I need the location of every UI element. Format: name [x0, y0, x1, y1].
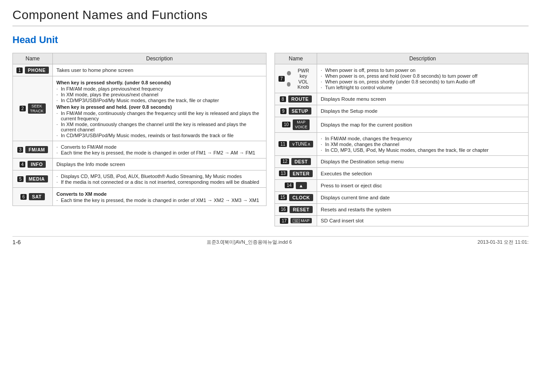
- desc-bullet: When power is off, press to turn power o…: [321, 67, 525, 73]
- name-cell: 7 PWR key VOL Knob: [278, 68, 313, 90]
- desc-bullets: When power is off, press to turn power o…: [321, 67, 525, 90]
- row-num: 14: [285, 182, 293, 188]
- row-num: 2: [20, 106, 26, 111]
- page-title: Component Names and Functions: [12, 8, 529, 26]
- row-num: 8: [280, 96, 286, 102]
- desc-text: Displays the Destination setup menu: [321, 159, 404, 164]
- footer-file: 표준3.0[북미]AVN_인증용매뉴얼.indd 6: [207, 239, 292, 245]
- name-cell: 10 MAPVOICE: [278, 119, 313, 130]
- tables-wrapper: Name Description 1 PHONE Takes user to h…: [12, 53, 529, 226]
- desc-text: Resets and restarts the system: [321, 207, 391, 212]
- badge-info: INFO: [28, 161, 46, 168]
- badge-sat: SAT: [29, 193, 45, 200]
- name-col: 9 SETUP: [275, 105, 317, 117]
- desc-bullet: In XM mode, plays the previous/next chan…: [56, 92, 263, 97]
- desc-bullet: In XM mode, continuously changes the cha…: [56, 122, 263, 132]
- name-col: 6 SAT: [13, 188, 53, 206]
- desc-bullet: Displays CD, MP3, USB, iPod, AUX, Blueto…: [56, 174, 263, 179]
- table-row: 6 SAT Converts to XM modeEach time the k…: [13, 188, 267, 206]
- desc-section-header: Converts to XM mode: [56, 191, 263, 197]
- desc-col: Takes user to home phone screen: [53, 64, 267, 76]
- table-row: 14 ▲ Press to insert or eject disc: [275, 179, 529, 191]
- badge-seek: SEEKTRACK: [28, 103, 46, 114]
- desc-bullets: Displays CD, MP3, USB, iPod, AUX, Blueto…: [56, 174, 263, 185]
- name-col: 15 CLOCK: [275, 191, 317, 203]
- name-col: 3 FM/AM: [13, 141, 53, 158]
- desc-col: SD Card insert slot: [317, 215, 528, 226]
- desc-bullet: In CD, MP3, USB, iPod, My Music modes, c…: [321, 147, 525, 153]
- right-table: Name Description 7 PWR key VOL Knob When…: [274, 53, 529, 226]
- desc-text: Displays the Info mode screen: [56, 162, 125, 167]
- name-col: 1 PHONE: [13, 64, 53, 76]
- desc-col: When key is pressed shortly. (under 0.8 …: [53, 76, 267, 141]
- desc-col: Converts to XM modeEach time the key is …: [53, 188, 267, 206]
- badge-setup: SETUP: [289, 107, 312, 115]
- desc-col: When power is off, press to turn power o…: [317, 64, 528, 93]
- row-num: 16: [279, 206, 287, 212]
- desc-col: Displays Route menu screen: [317, 93, 528, 105]
- desc-bullet: In FM/AM mode, continuously changes the …: [56, 111, 263, 121]
- name-cell: 16 RESET: [278, 206, 313, 213]
- badge-sdmap: SDMAP: [290, 218, 311, 223]
- badge-eject: ▲: [296, 182, 307, 189]
- badge-tune: ∨TUNE∧: [289, 141, 313, 147]
- desc-text: Displays Route menu screen: [321, 96, 386, 102]
- row-num: 1: [16, 67, 23, 73]
- desc-bullets: Each time the key is pressed, the mode i…: [56, 198, 263, 203]
- name-cell: 8 ROUTE: [278, 95, 313, 103]
- desc-bullet: In FM/AM mode, plays previous/next frequ…: [56, 86, 263, 91]
- table-row: 5 MEDIA Displays CD, MP3, USB, iPod, AUX…: [13, 170, 267, 188]
- name-col: 8 ROUTE: [275, 93, 317, 105]
- row-num: 3: [17, 147, 24, 153]
- table-row: 17 SDMAP SD Card insert slot: [275, 215, 529, 226]
- row-num: 7: [278, 76, 285, 82]
- table-row: 3 FM/AM Converts to FM/AM modeEach time …: [13, 141, 267, 158]
- row-num: 4: [20, 162, 26, 167]
- name-cell: 11 ∨TUNE∧: [278, 141, 313, 147]
- desc-col: Displays the map for the current positio…: [317, 117, 528, 133]
- name-col: 5 MEDIA: [13, 170, 53, 188]
- name-col: 4 INFO: [13, 158, 53, 170]
- desc-bullets: In FM/AM mode, changes the frequencyIn X…: [321, 136, 525, 153]
- page-number: 1-6: [12, 239, 21, 245]
- desc-col: In FM/AM mode, changes the frequencyIn X…: [317, 132, 528, 155]
- desc-bullet: In XM mode, changes the channel: [321, 142, 525, 147]
- row-num: 12: [281, 158, 289, 164]
- desc-text: Press to insert or eject disc: [321, 183, 382, 188]
- desc-text: Takes user to home phone screen: [56, 67, 133, 73]
- badge-media: MEDIA: [26, 175, 48, 182]
- desc-section-header: When key is pressed shortly. (under 0.8 …: [56, 80, 263, 85]
- name-col: 7 PWR key VOL Knob: [275, 64, 317, 93]
- badge-mapvoice: MAPVOICE: [293, 119, 310, 130]
- desc-col: Press to insert or eject disc: [317, 179, 528, 191]
- left-table: Name Description 1 PHONE Takes user to h…: [12, 53, 267, 226]
- row-num: 5: [17, 176, 24, 182]
- badge-enter: ENTER: [290, 170, 313, 177]
- name-col: 13 ENTER: [275, 167, 317, 179]
- table-row: 7 PWR key VOL Knob When power is off, pr…: [275, 64, 529, 93]
- row-num: 10: [282, 122, 290, 127]
- table-row: 16 RESET Resets and restarts the system: [275, 203, 529, 215]
- right-col-desc: Description: [317, 53, 528, 64]
- badge-clock: CLOCK: [289, 194, 313, 201]
- desc-col: Converts to FM/AM modeEach time the key …: [53, 141, 267, 158]
- table-row: 12 DEST Displays the Destination setup m…: [275, 155, 529, 167]
- row-num: 17: [280, 218, 288, 224]
- table-row: 4 INFO Displays the Info mode screen: [13, 158, 267, 170]
- name-col: 11 ∨TUNE∧: [275, 132, 317, 155]
- row-num: 6: [20, 194, 27, 200]
- vol-label: VOL Knob: [293, 79, 313, 90]
- desc-bullet: Each time the key is pressed, the mode i…: [56, 198, 263, 203]
- footer-date: 2013-01-31 오전 11:01:: [477, 239, 529, 245]
- desc-col: Executes the selection: [317, 167, 528, 179]
- desc-bullets: In FM/AM mode, continuously changes the …: [56, 111, 263, 138]
- desc-bullets: In FM/AM mode, plays previous/next frequ…: [56, 86, 263, 103]
- desc-text: Displays the map for the current positio…: [321, 122, 412, 127]
- table-row: 2 SEEKTRACK When key is pressed shortly.…: [13, 76, 267, 141]
- name-cell: 3 FM/AM: [16, 146, 49, 153]
- pwr-label: PWR key: [294, 68, 313, 79]
- desc-bullet: Each time the key is pressed, the mode i…: [56, 150, 263, 155]
- desc-section-header: When key is pressed and held. (over 0.8 …: [56, 104, 263, 110]
- table-row: 11 ∨TUNE∧ In FM/AM mode, changes the fre…: [275, 132, 529, 155]
- badge-phone: PHONE: [25, 67, 49, 74]
